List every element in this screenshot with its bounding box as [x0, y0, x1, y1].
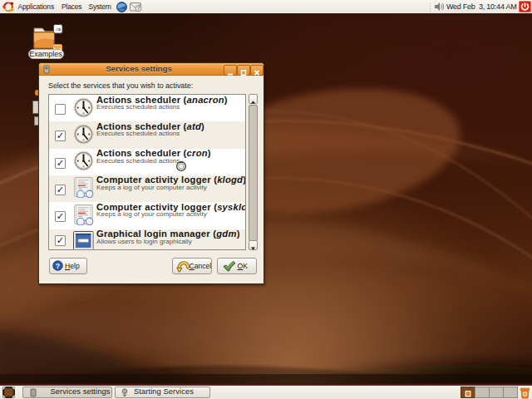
svg-text:?: ?	[137, 5, 140, 11]
svg-text:?: ?	[56, 262, 60, 270]
